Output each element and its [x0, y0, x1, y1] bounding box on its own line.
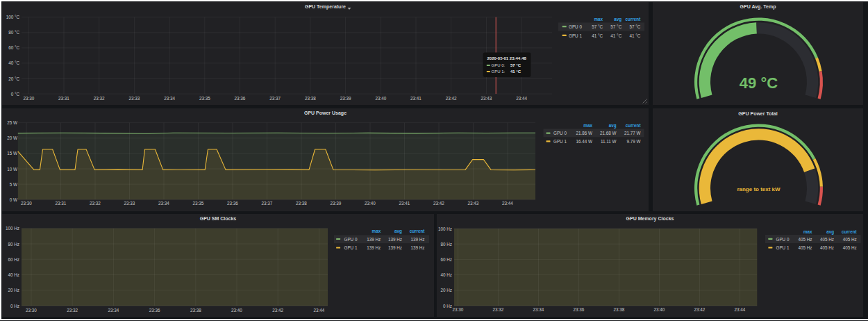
svg-text:100 Hz: 100 Hz	[6, 226, 19, 231]
svg-text:80 Hz: 80 Hz	[441, 242, 452, 247]
svg-text:23:38: 23:38	[305, 96, 316, 101]
svg-text:current: current	[626, 123, 642, 128]
svg-text:GPU 1:: GPU 1:	[492, 69, 506, 74]
svg-text:23:38: 23:38	[296, 201, 307, 206]
svg-text:23:30: 23:30	[26, 308, 37, 313]
svg-text:23:34: 23:34	[164, 96, 175, 101]
svg-text:0 W: 0 W	[10, 197, 17, 202]
svg-text:25 W: 25 W	[7, 120, 17, 125]
svg-text:23:32: 23:32	[493, 307, 504, 312]
svg-text:GPU SM Clocks: GPU SM Clocks	[200, 216, 237, 221]
svg-text:23:33: 23:33	[129, 96, 140, 101]
svg-text:15 W: 15 W	[7, 151, 17, 156]
svg-text:41 °C: 41 °C	[610, 33, 621, 38]
svg-text:GPU 0: GPU 0	[776, 237, 790, 242]
svg-text:max: max	[803, 229, 812, 234]
svg-text:23:30: 23:30	[23, 96, 34, 101]
svg-text:41 °C: 41 °C	[629, 33, 640, 38]
svg-text:23:35: 23:35	[199, 96, 210, 101]
svg-text:9.79 W: 9.79 W	[627, 139, 641, 144]
svg-text:max: max	[583, 123, 592, 128]
svg-text:23:31: 23:31	[56, 201, 67, 206]
svg-text:139 Hz: 139 Hz	[410, 245, 424, 250]
svg-text:current: current	[410, 229, 426, 233]
svg-text:23:36: 23:36	[574, 307, 585, 312]
svg-text:23:44: 23:44	[314, 308, 325, 313]
svg-text:23:40: 23:40	[654, 307, 665, 312]
svg-text:avg: avg	[826, 229, 834, 235]
svg-text:21.86 W: 21.86 W	[576, 131, 592, 135]
svg-text:23:36: 23:36	[149, 308, 160, 313]
svg-text:GPU 1: GPU 1	[344, 245, 358, 250]
svg-text:139 Hz: 139 Hz	[388, 237, 402, 242]
svg-text:57 °C: 57 °C	[610, 24, 621, 29]
svg-text:80 Hz: 80 Hz	[8, 242, 19, 247]
svg-text:GPU 0: GPU 0	[553, 131, 567, 135]
svg-text:405 Hz: 405 Hz	[843, 245, 857, 250]
svg-text:100 °C: 100 °C	[6, 15, 20, 19]
svg-text:23:34: 23:34	[533, 307, 544, 312]
svg-text:GPU 0: GPU 0	[344, 237, 358, 242]
svg-text:23:30: 23:30	[21, 201, 32, 206]
svg-text:23:32: 23:32	[67, 308, 78, 313]
svg-text:23:43: 23:43	[468, 201, 479, 206]
svg-text:max: max	[372, 229, 381, 233]
svg-text:405 Hz: 405 Hz	[820, 245, 834, 250]
svg-text:11.11 W: 11.11 W	[601, 139, 617, 144]
svg-text:GPU 1: GPU 1	[553, 139, 567, 144]
svg-text:23:39: 23:39	[340, 96, 351, 101]
svg-text:23:34: 23:34	[158, 201, 169, 206]
svg-text:23:36: 23:36	[227, 201, 238, 206]
svg-text:20 W: 20 W	[7, 135, 17, 140]
svg-text:0 Hz: 0 Hz	[443, 304, 452, 308]
svg-text:60 °C: 60 °C	[8, 45, 19, 50]
svg-text:16.44 W: 16.44 W	[576, 139, 592, 144]
svg-text:23:42: 23:42	[272, 308, 283, 313]
svg-text:139 Hz: 139 Hz	[410, 237, 424, 242]
svg-text:current: current	[842, 229, 858, 234]
svg-text:0 °C: 0 °C	[11, 92, 20, 97]
svg-text:139 Hz: 139 Hz	[367, 237, 381, 242]
svg-text:40 Hz: 40 Hz	[441, 272, 452, 277]
svg-text:23:35: 23:35	[193, 201, 204, 206]
svg-text:20 Hz: 20 Hz	[8, 288, 19, 293]
svg-text:23:40: 23:40	[365, 201, 376, 206]
svg-text:23:31: 23:31	[58, 96, 69, 101]
svg-text:57 °C: 57 °C	[510, 63, 521, 67]
svg-text:23:43: 23:43	[481, 96, 492, 101]
svg-text:57 °C: 57 °C	[629, 24, 640, 29]
svg-text:23:41: 23:41	[399, 201, 410, 206]
svg-text:23:40: 23:40	[231, 308, 242, 313]
svg-text:40 °C: 40 °C	[8, 60, 19, 65]
svg-text:GPU 0: GPU 0	[569, 24, 582, 29]
svg-text:23:33: 23:33	[124, 201, 135, 206]
svg-text:23:44: 23:44	[516, 96, 527, 101]
svg-text:21.77 W: 21.77 W	[624, 131, 641, 135]
svg-text:23:30: 23:30	[453, 307, 464, 312]
svg-text:avg: avg	[614, 17, 621, 22]
svg-text:23:42: 23:42	[433, 201, 444, 206]
svg-text:40 Hz: 40 Hz	[8, 272, 19, 277]
svg-text:10 W: 10 W	[7, 167, 17, 172]
svg-text:23:44: 23:44	[735, 307, 746, 312]
svg-text:100 Hz: 100 Hz	[438, 227, 452, 231]
svg-text:41 °C: 41 °C	[592, 33, 603, 38]
svg-text:23:39: 23:39	[331, 201, 342, 206]
svg-text:80 °C: 80 °C	[8, 30, 19, 35]
svg-text:20 °C: 20 °C	[8, 76, 19, 81]
svg-text:23:42: 23:42	[446, 96, 457, 101]
svg-text:GPU Avg. Temp: GPU Avg. Temp	[740, 4, 776, 10]
svg-text:23:44: 23:44	[502, 201, 513, 206]
svg-text:20 Hz: 20 Hz	[441, 288, 452, 293]
svg-text:405 Hz: 405 Hz	[799, 245, 812, 250]
svg-text:GPU Memory Clocks: GPU Memory Clocks	[626, 216, 674, 222]
svg-text:current: current	[626, 17, 642, 22]
svg-text:2020-05-01 23:44:48: 2020-05-01 23:44:48	[487, 56, 527, 60]
svg-text:23:41: 23:41	[410, 96, 422, 101]
svg-text:avg: avg	[394, 229, 402, 234]
svg-text:41 °C: 41 °C	[510, 69, 521, 74]
svg-text:23:38: 23:38	[614, 307, 625, 312]
svg-text:23:34: 23:34	[108, 308, 119, 313]
svg-text:23:32: 23:32	[90, 201, 101, 206]
svg-text:GPU Power Total: GPU Power Total	[738, 111, 777, 116]
